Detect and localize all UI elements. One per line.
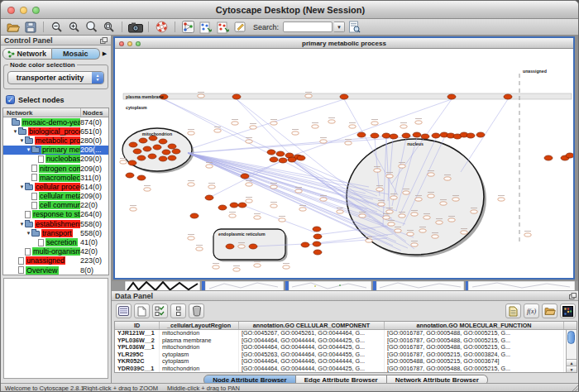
tree-column-network[interactable]: Network xyxy=(3,108,81,117)
graph-node[interactable] xyxy=(345,141,352,145)
save-session-icon[interactable] xyxy=(22,20,38,35)
graph-node-selected[interactable] xyxy=(137,175,146,180)
select-attributes-icon[interactable] xyxy=(152,304,168,318)
graph-node[interactable] xyxy=(415,198,422,201)
close-icon[interactable] xyxy=(7,7,15,14)
graph-node[interactable] xyxy=(229,214,236,218)
tree-row[interactable]: cellular metabo209(0) xyxy=(3,192,108,201)
open-attributes-icon[interactable] xyxy=(542,304,557,318)
graph-node[interactable] xyxy=(299,208,306,211)
network-icon[interactable] xyxy=(180,20,196,35)
graph-node[interactable] xyxy=(120,160,127,164)
graph-node[interactable] xyxy=(376,188,383,191)
open-file-icon[interactable] xyxy=(5,20,21,35)
graph-node[interactable] xyxy=(400,125,407,128)
graph-node-selected[interactable] xyxy=(172,149,180,154)
graph-node[interactable] xyxy=(411,213,418,216)
graph-node[interactable] xyxy=(292,131,299,135)
frame-close-icon[interactable] xyxy=(119,41,124,46)
tree-row[interactable]: cell communicat22(0) xyxy=(3,201,108,210)
graph-node-selected[interactable] xyxy=(128,160,136,165)
tree-row[interactable]: mosaic-demo-yeast874(0) xyxy=(3,117,108,127)
graph-node-selected[interactable] xyxy=(276,151,285,156)
graph-node-selected[interactable] xyxy=(279,158,287,163)
frame-minimize-icon[interactable] xyxy=(127,41,132,46)
table-row[interactable]: YKR052Ccytoplasm[GO:0044464, GO:0044446,… xyxy=(115,358,577,366)
graph-node[interactable] xyxy=(407,232,414,236)
zoom-selected-icon[interactable] xyxy=(101,20,117,35)
unselect-attributes-icon[interactable] xyxy=(170,304,186,318)
graph-node-selected[interactable] xyxy=(288,157,296,162)
search-config-icon[interactable] xyxy=(232,20,248,35)
graph-node[interactable] xyxy=(386,174,393,178)
graph-node[interactable] xyxy=(246,183,252,186)
graph-node[interactable] xyxy=(328,120,335,123)
delete-attribute-icon[interactable] xyxy=(189,304,204,318)
graph-node-selected[interactable] xyxy=(218,205,227,210)
expand-triangle-icon[interactable]: ▼ xyxy=(12,129,18,134)
graph-node[interactable] xyxy=(383,216,390,219)
network-view-frame[interactable]: primary metabolic process plasma membran… xyxy=(113,36,575,280)
tree-row[interactable]: ▼cellular process614(0) xyxy=(3,182,108,191)
search-input[interactable] xyxy=(283,22,333,32)
graph-node[interactable] xyxy=(320,140,327,143)
graph-node[interactable] xyxy=(238,245,245,248)
graph-node-selected[interactable] xyxy=(159,139,167,144)
attribute-matrix-icon[interactable] xyxy=(560,304,576,318)
graph-node[interactable] xyxy=(337,210,343,213)
graph-node[interactable] xyxy=(270,185,277,189)
control-tab-mosaic[interactable]: Mosaic xyxy=(52,48,101,60)
table-column-header[interactable]: annotation.GO CELLULAR_COMPONENT xyxy=(239,322,385,329)
graph-node-selected[interactable] xyxy=(476,132,485,137)
graph-node[interactable] xyxy=(399,165,405,168)
attribute-table-icon[interactable] xyxy=(116,304,132,318)
expand-triangle-icon[interactable]: ▼ xyxy=(19,222,25,227)
graph-node[interactable] xyxy=(279,218,285,222)
new-attribute-icon[interactable] xyxy=(134,304,150,318)
graph-node-selected[interactable] xyxy=(413,132,421,137)
zoom-fit-icon[interactable] xyxy=(84,20,99,35)
graph-node-selected[interactable] xyxy=(238,203,246,208)
graph-node[interactable] xyxy=(250,126,256,129)
graph-node-selected[interactable] xyxy=(402,133,410,138)
graph-node[interactable] xyxy=(524,233,531,237)
graph-node-selected[interactable] xyxy=(249,244,257,249)
graph-node[interactable] xyxy=(312,125,318,128)
graph-node-selected[interactable] xyxy=(432,133,440,138)
graph-node-selected[interactable] xyxy=(382,133,390,138)
table-row[interactable]: YDR039C__1mitochondrion[GO:0044464, GO:0… xyxy=(115,366,577,373)
help-icon[interactable] xyxy=(154,20,170,35)
graph-node[interactable] xyxy=(411,243,418,246)
graph-node-selected[interactable] xyxy=(267,150,275,155)
graph-node[interactable] xyxy=(388,222,395,226)
graph-node-selected[interactable] xyxy=(162,150,170,155)
tree-row[interactable]: nucleobase-209(0) xyxy=(3,155,108,164)
graph-node[interactable] xyxy=(270,204,277,208)
graph-node-selected[interactable] xyxy=(313,250,322,255)
table-scrollbar[interactable]: ▲ ▼ xyxy=(566,330,577,372)
graph-node-selected[interactable] xyxy=(297,155,305,160)
tree-row[interactable]: ▼establishment of lo558(0) xyxy=(3,219,108,228)
expand-triangle-icon[interactable]: ▼ xyxy=(26,231,31,236)
graph-node-selected[interactable] xyxy=(270,157,278,162)
graph-node-selected[interactable] xyxy=(241,174,249,179)
graph-node[interactable] xyxy=(188,237,194,240)
graph-node-selected[interactable] xyxy=(467,133,475,138)
graph-node-selected[interactable] xyxy=(230,203,238,208)
tree-row[interactable]: macromolecule311(0) xyxy=(3,173,108,182)
graph-node[interactable] xyxy=(254,216,261,219)
graph-node[interactable] xyxy=(371,122,378,125)
graph-node-selected[interactable] xyxy=(153,145,161,150)
layout-blue-icon[interactable] xyxy=(198,20,213,35)
table-row[interactable]: YPL036W__2plasma membrane[GO:0044464, GO… xyxy=(115,337,577,345)
expand-triangle-icon[interactable]: ▼ xyxy=(26,147,31,152)
scroll-down-icon[interactable]: ▼ xyxy=(567,366,577,372)
graph-node-selected[interactable] xyxy=(168,155,176,160)
zoom-window-icon[interactable] xyxy=(32,7,40,14)
graph-node-selected[interactable] xyxy=(133,149,141,154)
graph-node[interactable] xyxy=(399,214,405,218)
graph-node[interactable] xyxy=(415,121,422,124)
graph-node-selected[interactable] xyxy=(168,144,176,149)
graph-node-selected[interactable] xyxy=(447,94,456,99)
zoom-out-icon[interactable] xyxy=(49,20,65,35)
